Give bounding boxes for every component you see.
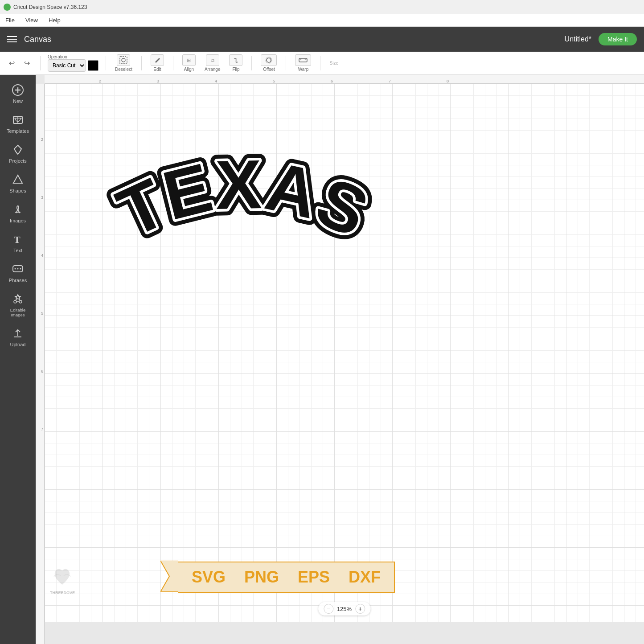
align-button[interactable]: ⊞ Align <box>180 54 197 72</box>
sidebar-item-upload[interactable]: Upload <box>0 322 36 352</box>
warp-button[interactable]: Warp <box>293 54 313 72</box>
sidebar-item-new[interactable]: New <box>0 78 36 108</box>
svg-marker-22 <box>160 561 178 592</box>
images-icon <box>11 202 25 217</box>
make-button[interactable]: Make It <box>599 33 637 45</box>
menu-file[interactable]: File <box>4 16 16 25</box>
ruler-mark-3: 3 <box>156 79 159 83</box>
hamburger-menu[interactable] <box>7 36 17 42</box>
menu-help[interactable]: Help <box>47 16 62 25</box>
deselect-button[interactable]: Deselect <box>113 54 134 72</box>
sep-2 <box>106 56 106 70</box>
format-svg: SVG <box>183 568 234 587</box>
flip-label: Flip <box>232 67 239 72</box>
edit-icon <box>154 57 161 64</box>
ruler-mark-v7: 7 <box>41 427 44 431</box>
sidebar-item-text[interactable]: T Text <box>0 228 36 258</box>
offset-icon <box>264 57 273 64</box>
arrange-label: Arrange <box>205 67 221 72</box>
sidebar-item-new-label: New <box>13 98 23 104</box>
app-icon <box>4 4 11 11</box>
format-banner-area: SVG PNG EPS DXF <box>152 555 644 599</box>
size-label: Size <box>329 61 338 66</box>
watermark-text: THREEDOVE <box>50 591 75 595</box>
ruler-mark-7: 7 <box>388 79 391 83</box>
undo-button[interactable]: ↩ <box>5 57 18 70</box>
header: Canvas Untitled* Make It <box>0 27 644 52</box>
color-swatch[interactable] <box>88 60 98 71</box>
sidebar-item-editable-images[interactable]: Editable Images <box>0 287 36 322</box>
flip-button[interactable]: ⇅ Flip <box>227 54 244 72</box>
svg-text:T: T <box>14 234 21 245</box>
ruler-mark-5: 5 <box>272 79 275 83</box>
operation-select[interactable]: Basic Cut Draw Score <box>48 59 86 72</box>
deselect-label: Deselect <box>115 67 132 72</box>
sidebar-item-shapes-label: Shapes <box>9 188 26 193</box>
zoom-in-button[interactable]: + <box>355 604 365 614</box>
sidebar-item-upload-label: Upload <box>10 342 26 347</box>
svg-point-17 <box>19 300 22 303</box>
deselect-icon <box>119 56 127 64</box>
grid-canvas[interactable]: TEXAS TEXAS TEXAS <box>45 84 644 622</box>
sidebar: New Templates Projects <box>0 75 36 644</box>
main-area: New Templates Projects <box>0 75 644 644</box>
svg-point-2 <box>267 58 271 62</box>
zoom-out-button[interactable]: − <box>324 604 333 614</box>
sidebar-item-shapes[interactable]: Shapes <box>0 168 36 198</box>
titlebar: Cricut Design Space v7.36.123 <box>0 0 644 14</box>
ruler-left: 2 3 4 5 6 7 <box>36 84 45 644</box>
svg-marker-9 <box>13 175 22 183</box>
sidebar-item-templates-label: Templates <box>7 128 29 134</box>
ruler-mark-v6: 6 <box>41 369 44 373</box>
sep-5 <box>251 56 252 70</box>
edit-button[interactable]: Edit <box>149 54 166 72</box>
svg-point-13 <box>15 268 16 270</box>
text-icon: T <box>11 232 25 246</box>
format-png: PNG <box>235 568 288 587</box>
sidebar-item-projects[interactable]: Projects <box>0 138 36 168</box>
texas-design: TEXAS TEXAS TEXAS <box>98 146 374 253</box>
editable-images-icon <box>11 292 25 306</box>
align-label: Align <box>184 67 194 72</box>
svg-text:TEXAS: TEXAS <box>106 145 379 252</box>
warp-icon <box>298 57 308 64</box>
format-dxf: DXF <box>340 568 390 587</box>
header-right-buttons: Make It <box>599 33 637 45</box>
ruler-mark-v5: 5 <box>41 311 44 316</box>
sep-4 <box>173 56 173 70</box>
svg-rect-0 <box>120 57 127 64</box>
ruler-mark-4: 4 <box>214 79 217 83</box>
operation-group: Operation Basic Cut Draw Score <box>48 54 98 72</box>
menu-view[interactable]: View <box>24 16 40 25</box>
ruler-mark-v3: 3 <box>41 195 44 200</box>
sidebar-item-templates[interactable]: Templates <box>0 108 36 138</box>
ruler-mark-2: 2 <box>98 79 101 83</box>
watermark-icon <box>49 563 76 590</box>
zoom-bar: − 125% + <box>318 602 370 615</box>
format-banner: SVG PNG EPS DXF <box>160 561 395 594</box>
edit-label: Edit <box>153 67 161 72</box>
sep-1 <box>40 56 41 70</box>
redo-button[interactable]: ↪ <box>21 57 33 70</box>
sep-3 <box>141 56 142 70</box>
sidebar-item-text-label: Text <box>13 248 22 253</box>
sidebar-item-editable-images-label: Editable Images <box>3 308 33 317</box>
texas-svg: TEXAS TEXAS TEXAS <box>98 146 388 262</box>
sidebar-item-phrases[interactable]: Phrases <box>0 258 36 287</box>
offset-button[interactable]: Offset <box>259 54 279 72</box>
format-eps: EPS <box>289 568 339 587</box>
menubar: File View Help <box>0 14 644 27</box>
svg-point-1 <box>122 58 125 62</box>
ruler-top: 2 3 4 5 6 7 8 <box>45 75 644 84</box>
sidebar-item-phrases-label: Phrases <box>9 278 27 283</box>
canvas-area[interactable]: 2 3 4 5 6 7 8 2 3 4 5 6 7 <box>36 75 644 644</box>
sidebar-item-images[interactable]: Images <box>0 198 36 228</box>
offset-label: Offset <box>263 67 275 72</box>
toolbar: ↩ ↪ Operation Basic Cut Draw Score Desel… <box>0 52 644 75</box>
operation-label: Operation <box>48 54 98 59</box>
arrange-button[interactable]: ⧉ Arrange <box>203 54 222 72</box>
ruler-mark-6: 6 <box>330 79 333 83</box>
upload-icon <box>11 326 25 340</box>
zoom-value: 125% <box>337 606 352 612</box>
sidebar-item-images-label: Images <box>10 218 26 223</box>
